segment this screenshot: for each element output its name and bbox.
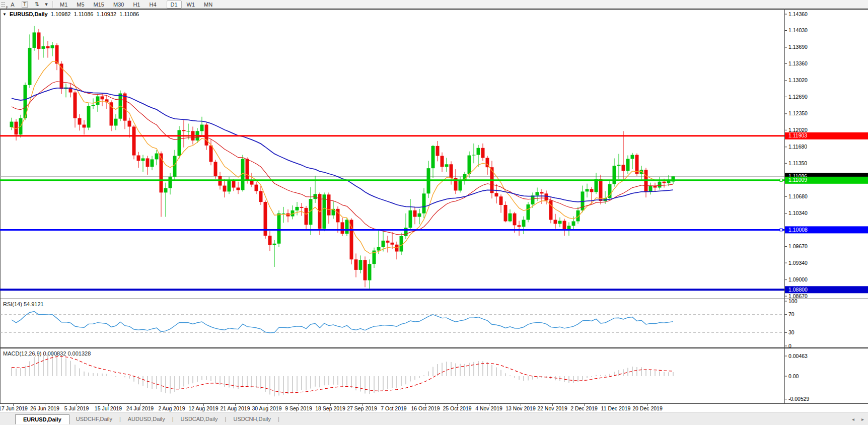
date-label: 30 Aug 2019 xyxy=(252,405,282,411)
price-tick-label: 1.09670 xyxy=(788,243,808,249)
macd-tick-label: 0.00463 xyxy=(788,353,808,359)
price-tick-label: 1.11680 xyxy=(788,144,807,150)
date-label: 4 Nov 2019 xyxy=(475,405,502,411)
ohlc-low: 1.10932 xyxy=(96,11,116,17)
macd-indicator-label: MACD(12,26,9) 0.000832 0.001328 xyxy=(3,350,91,357)
symbol-period-label: EURUSD,Daily xyxy=(10,11,48,17)
rsi-panel[interactable]: 10070300 xyxy=(0,299,868,348)
price-tick-label: 1.12350 xyxy=(788,110,808,116)
timeframe-button-w1[interactable]: W1 xyxy=(183,1,199,9)
color-swap-icon[interactable]: ⇅ xyxy=(32,1,42,8)
timeframe-buttons: M1M5M15M30H1H4D1W1MN xyxy=(55,2,217,8)
tab-scroll-left-icon[interactable]: ◂ xyxy=(852,416,854,422)
text-tool-icon[interactable]: T xyxy=(20,1,30,8)
price-tick-label: 1.12690 xyxy=(788,94,808,100)
toolbar-grip-icon[interactable]: F xyxy=(1,2,5,8)
date-label: 15 Jul 2019 xyxy=(95,405,122,411)
macd-signal-line xyxy=(12,357,673,393)
chart-tab-audusd[interactable]: AUDUSD,Daily xyxy=(121,414,172,423)
date-label: 17 Jun 2019 xyxy=(0,405,28,411)
date-label: 25 Oct 2019 xyxy=(443,405,471,411)
chart-tabs: EURUSD,DailyUSDCHF,Daily|AUDUSD,Daily|US… xyxy=(15,412,280,425)
date-label: 2 Aug 2019 xyxy=(158,405,185,411)
price-tick-label: 1.08670 xyxy=(788,293,808,299)
tab-scroll-right-icon[interactable]: ▸ xyxy=(861,416,864,422)
price-tick-label: 1.13020 xyxy=(788,77,808,83)
dropdown-caret-icon[interactable]: ▾ xyxy=(44,1,49,8)
svg-text:1.08800: 1.08800 xyxy=(788,287,808,293)
macd-tick-label: -0.00529 xyxy=(788,396,810,402)
price-tick-label: 1.11350 xyxy=(788,160,807,166)
timeframe-button-mn[interactable]: MN xyxy=(200,1,216,9)
chart-tab-usdcnh[interactable]: USDCNH,Daily xyxy=(227,414,277,423)
date-axis[interactable]: 17 Jun 201926 Jun 20195 Jul 201915 Jul 2… xyxy=(0,404,868,412)
chart-title: ▼ EURUSD,Daily 1.10982 1.11086 1.10932 1… xyxy=(3,11,139,17)
price-tick-label: 1.14030 xyxy=(788,27,808,33)
svg-text:1.10008: 1.10008 xyxy=(788,227,808,233)
rsi-tick-label: 100 xyxy=(788,299,798,304)
hline-handle[interactable] xyxy=(780,229,782,231)
mt4-window: F A T ⇅ ▾ M1M5M15M30H1H4D1W1MN ▼ EURUSD,… xyxy=(0,0,868,425)
price-tick-label: 1.12020 xyxy=(788,127,808,133)
date-label: 16 Oct 2019 xyxy=(411,405,440,411)
date-label: 9 Sep 2019 xyxy=(285,405,312,411)
rsi-tick-label: 0 xyxy=(788,343,791,348)
price-tick-label: 1.09000 xyxy=(788,276,808,282)
ohlc-high: 1.11086 xyxy=(74,11,93,17)
date-label: 5 Jul 2019 xyxy=(64,405,89,411)
price-tick-label: 1.13690 xyxy=(788,44,808,50)
date-label: 22 Nov 2019 xyxy=(537,405,567,411)
price-tick-label: 1.10680 xyxy=(788,193,808,199)
svg-text:1.11009: 1.11009 xyxy=(788,177,807,183)
date-label: 2 Dec 2019 xyxy=(570,405,598,411)
price-tick-label: 1.13360 xyxy=(788,60,808,66)
toolbar: F A T ⇅ ▾ M1M5M15M30H1H4D1W1MN xyxy=(0,0,868,9)
macd-histogram xyxy=(12,352,673,396)
timeframe-button-h4[interactable]: H4 xyxy=(145,1,160,9)
date-label: 27 Sep 2019 xyxy=(347,405,377,411)
toolbar-separator xyxy=(52,1,53,8)
date-label: 20 Dec 2019 xyxy=(632,405,663,411)
macd-tick-label: 0.00 xyxy=(788,373,799,379)
symbol-dropdown-icon[interactable]: ▼ xyxy=(3,12,7,17)
price-tick-label: 1.09340 xyxy=(788,260,808,266)
date-label: 21 Aug 2019 xyxy=(221,405,250,411)
hline-handle[interactable] xyxy=(780,179,782,181)
chart-tab-usdcad[interactable]: USDCAD,Daily xyxy=(174,414,225,423)
date-label: 11 Dec 2019 xyxy=(601,405,631,411)
date-label: 26 Jun 2019 xyxy=(30,405,59,411)
price-tick-label: 1.14360 xyxy=(788,11,808,17)
pointer-a-icon[interactable]: A xyxy=(8,1,18,8)
ohlc-open: 1.10982 xyxy=(51,11,71,17)
chart-tab-usdchf[interactable]: USDCHF,Daily xyxy=(69,414,119,423)
chart-tab-eurusd[interactable]: EURUSD,Daily xyxy=(15,414,69,424)
date-label: 18 Sep 2019 xyxy=(315,405,345,411)
timeframe-button-m5[interactable]: M5 xyxy=(73,1,88,9)
main-price-chart[interactable]: 1.143601.140301.136901.133601.130201.126… xyxy=(0,9,868,299)
timeframe-button-d1[interactable]: D1 xyxy=(167,1,182,9)
macd-panel[interactable]: 0.004630.00-0.00529 xyxy=(0,348,868,404)
ohlc-close: 1.11086 xyxy=(119,11,139,17)
timeframe-button-h1[interactable]: H1 xyxy=(129,1,144,9)
svg-text:1.11903: 1.11903 xyxy=(788,132,807,138)
rsi-tick-label: 30 xyxy=(788,329,794,335)
timeframe-button-m30[interactable]: M30 xyxy=(109,1,128,9)
date-label: 13 Nov 2019 xyxy=(505,405,536,411)
candlesticks[interactable] xyxy=(10,26,675,289)
rsi-tick-label: 70 xyxy=(788,311,794,317)
timeframe-button-m15[interactable]: M15 xyxy=(90,1,108,9)
timeframe-button-m1[interactable]: M1 xyxy=(56,1,71,9)
tab-separator: | xyxy=(277,416,280,422)
rsi-indicator-label: RSI(14) 54.9121 xyxy=(3,301,44,307)
date-label: 7 Oct 2019 xyxy=(381,405,406,411)
date-label: 24 Jul 2019 xyxy=(126,405,154,411)
chart-tab-bar: EURUSD,DailyUSDCHF,Daily|AUDUSD,Daily|US… xyxy=(0,412,868,425)
price-tick-label: 1.10340 xyxy=(788,210,808,216)
tab-scroll-arrows: ◂ ▸ xyxy=(852,416,864,422)
date-label: 12 Aug 2019 xyxy=(189,405,219,411)
